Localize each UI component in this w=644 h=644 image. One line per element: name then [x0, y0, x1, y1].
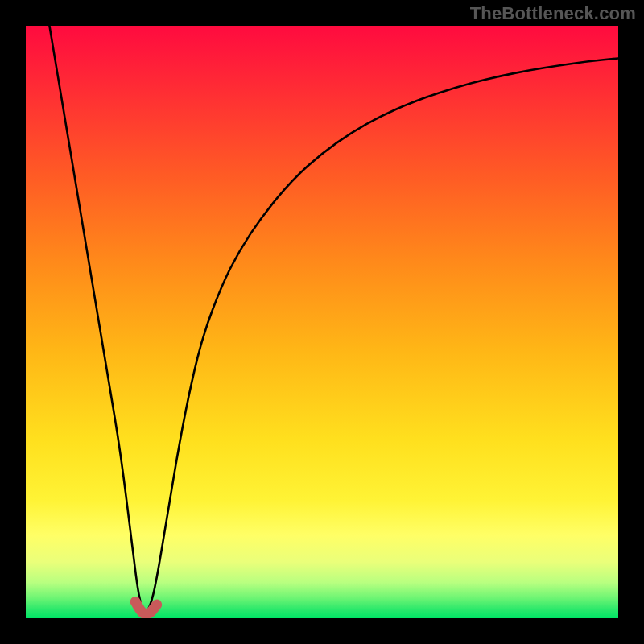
gradient-background [26, 26, 618, 618]
bottleneck-chart [0, 0, 644, 644]
watermark-text: TheBottleneck.com [470, 3, 636, 24]
chart-frame: { "watermark": "TheBottleneck.com", "plo… [0, 0, 644, 644]
